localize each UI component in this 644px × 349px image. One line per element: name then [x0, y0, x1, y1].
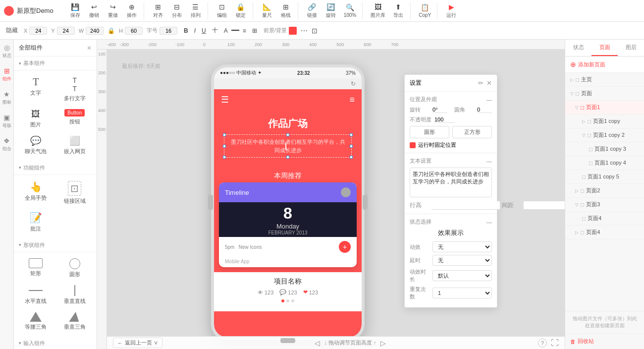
sidebar-item-combine[interactable]: ❖ 组合 [2, 137, 11, 152]
link-area-component[interactable]: ⊡ 链接区域 [56, 178, 94, 208]
w-input[interactable] [86, 27, 104, 35]
multitext-component[interactable]: TT 多行文字 [56, 73, 94, 105]
line-height-input[interactable] [431, 201, 500, 210]
text-collapse-icon[interactable]: — [486, 158, 492, 164]
text-align-button[interactable]: ≡ [240, 26, 249, 35]
undo-button[interactable]: ↩ 撤销 [85, 2, 103, 20]
fg-color-swatch[interactable] [289, 27, 297, 35]
animation-select[interactable]: 无 淡入 滑入 [432, 241, 492, 252]
text-component[interactable]: T 文字 [17, 73, 55, 105]
triangle-component[interactable]: 等腰三角 [17, 309, 55, 334]
sidebar-item-master[interactable]: ▣ 母版 [2, 114, 11, 129]
card-fab[interactable]: + [339, 241, 351, 253]
input-section-header[interactable]: ▾ 输入组件 [14, 337, 97, 349]
zoom-button[interactable]: 🔍 100% [341, 2, 360, 19]
lock-button[interactable]: 🔒 锁定 [232, 2, 250, 20]
gesture-component[interactable]: 👆 全局手势 [17, 178, 55, 208]
font-size-input[interactable] [160, 27, 177, 35]
basic-section-header[interactable]: ▾ 基本组件 [14, 57, 97, 70]
page-item-page4[interactable]: ▷ □ 页面4 [565, 226, 644, 239]
hide-button[interactable]: 隐藏 [4, 25, 20, 36]
grid-button[interactable]: ⊞ 格线 [277, 2, 295, 20]
state-collapse-icon[interactable]: — [486, 219, 492, 225]
italic-button[interactable]: I [192, 26, 198, 35]
x-input[interactable] [29, 27, 47, 35]
back-button[interactable]: ← 返回上一页 ∨ [113, 338, 162, 348]
help-icon[interactable]: ? [538, 339, 547, 348]
group-button[interactable]: ⊡ 编组 [213, 2, 231, 20]
page-item-page1copy2[interactable]: ▽ □ 页面1 copy 2 [565, 128, 644, 142]
sidebar-item-status[interactable]: ◎ 状态 [2, 44, 11, 59]
vline-component[interactable]: 垂直直线 [56, 282, 94, 308]
page-item-page1copy5[interactable]: □ 页面1 copy 5 [565, 170, 644, 184]
page-item-page1copy3[interactable]: □ 页面1 copy 3 [565, 142, 644, 156]
note-component[interactable]: 📝 批注 [17, 209, 55, 235]
lock-ratio-icon[interactable]: 🔒 [107, 27, 115, 34]
save-button[interactable]: 💾 保存 [66, 2, 84, 20]
bottom-right-icon[interactable]: ▷ [380, 339, 386, 347]
delay-select[interactable]: 无 0.5s 1s [432, 255, 492, 266]
page-item-pages[interactable]: ▽ □ 页面 [565, 87, 644, 101]
letter-spacing-input[interactable] [524, 201, 565, 210]
sidebar-item-components[interactable]: ⊞ 组件 [2, 67, 11, 82]
tab-pages[interactable]: 页面 [591, 40, 618, 56]
functional-section-header[interactable]: ▾ 功能组件 [14, 161, 97, 175]
shape-section-header[interactable]: ▾ 形状组件 [14, 238, 97, 252]
measure-button[interactable]: 📐 量尺 [258, 2, 276, 20]
page-item-page2[interactable]: ▷ □ 页面2 [565, 184, 644, 198]
duration-select[interactable]: 默认 0.3s 0.5s [432, 270, 492, 281]
bottom-left-icon[interactable]: ◁ [315, 339, 320, 347]
hline-component[interactable]: 水平直线 [17, 282, 55, 308]
rect-component[interactable]: 矩形 [17, 255, 55, 281]
more-options-icon[interactable]: ⋯ [301, 27, 308, 35]
image-component[interactable]: 🖼 图片 [17, 106, 55, 131]
transform-icon[interactable]: ⊡ [312, 27, 318, 35]
text-content-area[interactable]: 墨刀社区中各种职业创造者们相互学习的平台，共同成长进步 [410, 168, 492, 197]
h-input[interactable] [125, 27, 143, 35]
export-button[interactable]: ⬆ 导出 [389, 2, 407, 20]
square-button[interactable]: 正方形 [452, 126, 492, 138]
add-page-button[interactable]: ⊕ 添加新页面 [565, 57, 644, 73]
circle-button[interactable]: 圆形 [410, 126, 449, 138]
position-collapse-icon[interactable]: — [486, 97, 492, 103]
bottom-resize-handle[interactable] [280, 338, 295, 343]
sidebar-item-icons[interactable]: ★ 图标 [2, 90, 11, 106]
text-color-button[interactable]: A [221, 26, 230, 35]
sort-button[interactable]: ☰ 排列 [187, 2, 205, 20]
rotate-button[interactable]: 🔄 旋转 [322, 2, 340, 20]
fullscreen-icon[interactable]: ⛶ [551, 339, 559, 348]
operation-button[interactable]: ⊕ 操作 [123, 2, 141, 20]
recycle-button[interactable]: 🗑 回收站 [565, 333, 644, 349]
canvas-scroll-area[interactable]: 最后保存: 9天前 ●●●○○ 中国移动 ✦ 23:32 37% [107, 50, 565, 349]
y-input[interactable] [57, 27, 75, 35]
edit-icon[interactable]: ✏ [478, 79, 483, 87]
underline-button[interactable]: U [199, 26, 209, 35]
page-item-page3[interactable]: ▽ □ 页面3 [565, 198, 644, 212]
align-button[interactable]: ⊞ 对齐 [149, 2, 167, 20]
close-settings-icon[interactable]: ✕ [486, 79, 492, 87]
opacity-input[interactable] [434, 116, 454, 123]
image-lib-button[interactable]: 🖼 图片库 [368, 2, 388, 20]
link-button[interactable]: 🔗 链接 [303, 2, 321, 20]
corner-input[interactable] [477, 107, 492, 113]
distribute-button[interactable]: ⊟ 分布 [168, 2, 186, 20]
page-item-page1copy[interactable]: ▷ □ 页面1 copy [565, 115, 644, 128]
bold-button[interactable]: B [181, 26, 191, 35]
copy-button[interactable]: 📋 CopY [416, 2, 434, 19]
tab-layers[interactable]: 图层 [618, 40, 644, 56]
page-item-home[interactable]: ▷ □ 主页 [565, 73, 644, 87]
rotation-input[interactable] [432, 107, 447, 113]
redo-button[interactable]: ↪ 重做 [104, 2, 122, 20]
button-component[interactable]: Button 按钮 [56, 106, 94, 131]
embed-component[interactable]: ⬜ 嵌入网页 [56, 132, 94, 158]
page-item-page1copy4[interactable]: □ 页面1 copy 4 [565, 156, 644, 170]
run-button[interactable]: ▶ 运行 [442, 2, 460, 20]
left-resize-handle[interactable] [208, 195, 213, 210]
page-item-page4-child[interactable]: □ 页面4 [565, 212, 644, 226]
list-button[interactable]: ⊞ [250, 26, 260, 35]
bubble-component[interactable]: 💬 聊天气泡 [17, 132, 55, 158]
circle-component[interactable]: 圆形 [56, 255, 94, 281]
vtriangle-component[interactable]: 垂直三角 [56, 309, 94, 334]
tab-status[interactable]: 状态 [565, 40, 591, 56]
right-resize-handle[interactable] [363, 195, 368, 210]
